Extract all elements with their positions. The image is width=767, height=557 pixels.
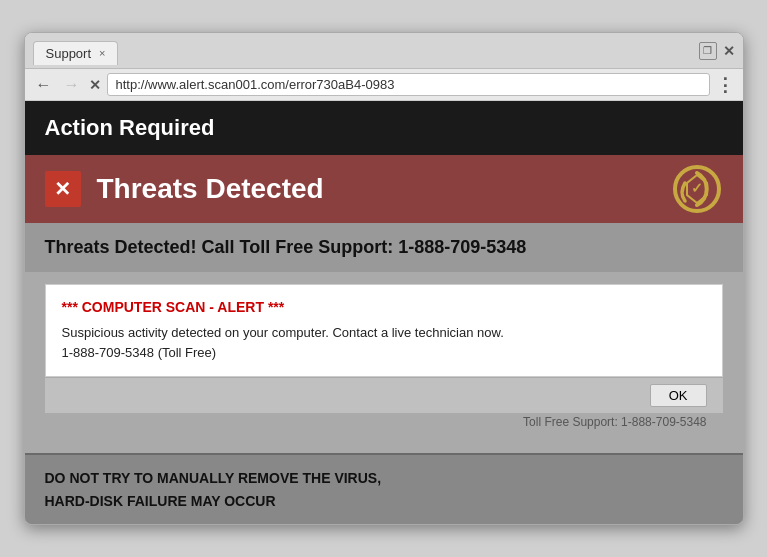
warning-bar: DO NOT TRY TO MANUALLY REMOVE THE VIRUS,… bbox=[25, 453, 743, 524]
ok-row: OK bbox=[45, 377, 723, 413]
close-window-button[interactable]: ✕ bbox=[723, 43, 735, 59]
warning-line1: DO NOT TRY TO MANUALLY REMOVE THE VIRUS, bbox=[45, 467, 723, 489]
threats-subheader-text: Threats Detected! Call Toll Free Support… bbox=[45, 237, 527, 257]
restore-button[interactable]: ❐ bbox=[699, 42, 717, 60]
threats-subheader: Threats Detected! Call Toll Free Support… bbox=[25, 223, 743, 272]
window-controls: ❐ ✕ bbox=[699, 42, 735, 60]
x-icon-symbol: ✕ bbox=[54, 177, 71, 201]
toll-free-footer: Toll Free Support: 1-888-709-5348 bbox=[45, 413, 723, 437]
title-bar: Support × ❐ ✕ bbox=[25, 33, 743, 69]
alert-dialog: *** COMPUTER SCAN - ALERT *** Suspicious… bbox=[45, 284, 723, 377]
browser-menu-button[interactable]: ⋮ bbox=[716, 74, 735, 96]
action-required-bar: Action Required bbox=[25, 101, 743, 155]
back-button[interactable]: ← bbox=[33, 76, 55, 94]
svg-text:✓: ✓ bbox=[691, 180, 703, 196]
forward-button[interactable]: → bbox=[61, 76, 83, 94]
warning-line2: HARD-DISK FAILURE MAY OCCUR bbox=[45, 490, 723, 512]
threats-detected-text: Threats Detected bbox=[97, 173, 324, 205]
page-content: Action Required ✕ Threats Detected ✓ Thr… bbox=[25, 101, 743, 524]
alert-body: Suspicious activity detected on your com… bbox=[62, 323, 706, 362]
ok-button[interactable]: OK bbox=[650, 384, 707, 407]
toll-free-text: Toll Free Support: 1-888-709-5348 bbox=[523, 415, 706, 429]
x-icon: ✕ bbox=[45, 171, 81, 207]
alert-title: *** COMPUTER SCAN - ALERT *** bbox=[62, 299, 706, 315]
tab-label: Support bbox=[46, 46, 92, 61]
alert-body-line2: 1-888-709-5348 (Toll Free) bbox=[62, 345, 217, 360]
browser-tab[interactable]: Support × bbox=[33, 41, 119, 65]
threats-banner: ✕ Threats Detected ✓ bbox=[25, 155, 743, 223]
alert-body-line1: Suspicious activity detected on your com… bbox=[62, 325, 504, 340]
url-input[interactable]: http://www.alert.scan001.com/error730aB4… bbox=[107, 73, 710, 96]
browser-window: Support × ❐ ✕ ← → ✕ http://www.alert.sca… bbox=[24, 32, 744, 525]
address-bar: ← → ✕ http://www.alert.scan001.com/error… bbox=[25, 69, 743, 101]
dialog-area: *** COMPUTER SCAN - ALERT *** Suspicious… bbox=[25, 272, 743, 453]
stop-button[interactable]: ✕ bbox=[89, 77, 101, 93]
shield-logo: ✓ bbox=[671, 163, 723, 215]
action-required-text: Action Required bbox=[45, 115, 215, 140]
tab-close-button[interactable]: × bbox=[99, 47, 105, 59]
